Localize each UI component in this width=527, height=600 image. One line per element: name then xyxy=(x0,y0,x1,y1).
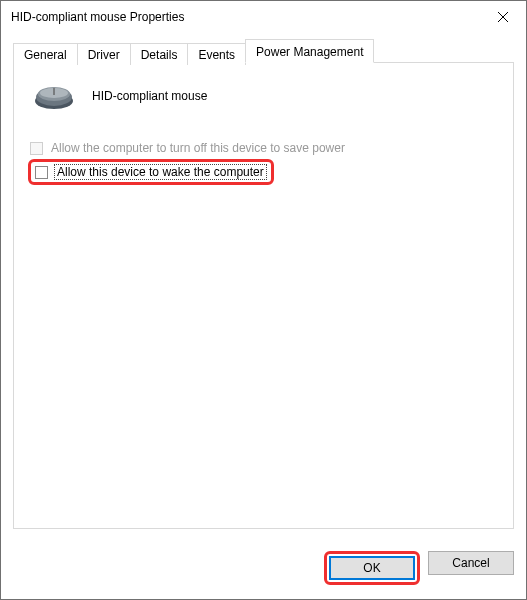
tab-label: Driver xyxy=(88,48,120,62)
titlebar: HID-compliant mouse Properties xyxy=(1,1,526,33)
button-label: OK xyxy=(363,561,380,575)
properties-dialog: HID-compliant mouse Properties General D… xyxy=(0,0,527,600)
content-area: General Driver Details Events Power Mana… xyxy=(1,33,526,541)
tab-driver[interactable]: Driver xyxy=(77,43,131,65)
highlight-ok: OK xyxy=(324,551,420,585)
close-button[interactable] xyxy=(480,1,526,33)
checkbox-allow-turn-off xyxy=(30,142,43,155)
device-name: HID-compliant mouse xyxy=(92,89,207,103)
tab-details[interactable]: Details xyxy=(130,43,189,65)
highlight-allow-wake: Allow this device to wake the computer xyxy=(28,159,274,185)
tab-label: Details xyxy=(141,48,178,62)
close-icon xyxy=(498,12,508,22)
dialog-buttons: OK Cancel xyxy=(1,541,526,599)
mouse-icon xyxy=(32,81,76,111)
label-allow-turn-off: Allow the computer to turn off this devi… xyxy=(49,141,347,155)
tab-label: General xyxy=(24,48,67,62)
label-allow-wake: Allow this device to wake the computer xyxy=(54,164,267,180)
tab-events[interactable]: Events xyxy=(187,43,246,65)
cancel-button[interactable]: Cancel xyxy=(428,551,514,575)
tab-label: Events xyxy=(198,48,235,62)
tabstrip: General Driver Details Events Power Mana… xyxy=(13,39,514,63)
tab-label: Power Management xyxy=(256,45,363,59)
tab-general[interactable]: General xyxy=(13,43,78,65)
tab-panel-power-management: HID-compliant mouse Allow the computer t… xyxy=(13,62,514,529)
checkbox-allow-wake[interactable] xyxy=(35,166,48,179)
tab-power-management[interactable]: Power Management xyxy=(245,39,374,63)
window-title: HID-compliant mouse Properties xyxy=(11,10,480,24)
ok-button[interactable]: OK xyxy=(329,556,415,580)
button-label: Cancel xyxy=(452,556,489,570)
option-allow-turn-off: Allow the computer to turn off this devi… xyxy=(30,141,499,155)
device-header: HID-compliant mouse xyxy=(32,81,499,111)
